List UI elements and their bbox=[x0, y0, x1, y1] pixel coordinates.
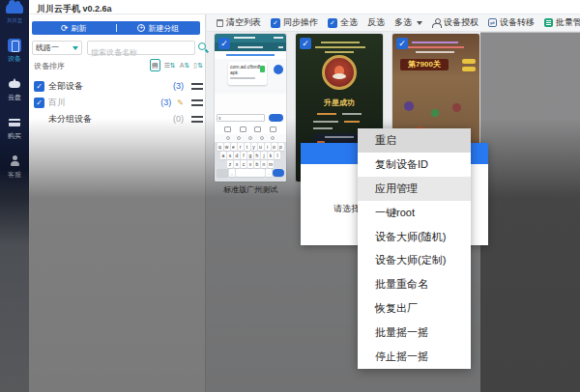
device-selected-check-icon[interactable]: ✓ bbox=[396, 38, 408, 49]
device-name-label: 标准版广州测试 bbox=[215, 184, 286, 195]
device-authorize-button[interactable]: 设备授权 bbox=[432, 16, 478, 29]
keyboard-key: t bbox=[245, 143, 250, 151]
keyboard-key: n bbox=[261, 160, 267, 168]
menu-item-one-key-root[interactable]: 一键root bbox=[358, 201, 471, 225]
group-row-ungrouped[interactable]: 未分组设备 (0) bbox=[34, 112, 203, 126]
person-icon bbox=[432, 18, 441, 27]
device-toolbar: 清空列表 ✓ 同步操作 ✓ 全选 反选 多选 设备授权 ⇄ 设备转移 批量管理 bbox=[207, 14, 580, 32]
device-selected-check-icon[interactable]: ✓ bbox=[218, 38, 230, 49]
app-title: 川川云手机 v0.2.6a bbox=[29, 0, 580, 15]
keyboard-key: v bbox=[247, 160, 253, 168]
keyboard-key: o bbox=[272, 143, 277, 151]
keyboard-key: r bbox=[238, 143, 244, 151]
menu-item-device-master-custom[interactable]: 设备大师(定制) bbox=[358, 248, 471, 272]
keyboard-tools-row bbox=[215, 134, 286, 142]
keyboard-key: u bbox=[258, 143, 264, 151]
list-sort-icon[interactable]: ☰⇅ bbox=[164, 60, 176, 70]
drag-handle-icon[interactable] bbox=[191, 116, 203, 123]
menu-item-copy-device-id[interactable]: 复制设备ID bbox=[358, 153, 471, 177]
enter-key bbox=[273, 169, 284, 177]
game-emblem bbox=[322, 55, 357, 90]
clear-list-button[interactable]: 清空列表 bbox=[217, 16, 261, 29]
keyboard-key: j bbox=[261, 152, 267, 159]
checkbox-checked-icon: ✓ bbox=[271, 18, 280, 28]
device-transfer-button[interactable]: ⇄ 设备转移 bbox=[488, 16, 535, 29]
period-key: . bbox=[266, 169, 272, 177]
edit-pencil-icon[interactable]: ✎ bbox=[177, 98, 184, 107]
attachment-icons-row bbox=[215, 124, 286, 134]
column-sort-icon[interactable]: ▯⇅ bbox=[193, 60, 203, 70]
cloud-disk-icon bbox=[8, 77, 21, 91]
refresh-button[interactable]: ⟳ 刷新 bbox=[32, 21, 116, 35]
message-input: x bbox=[217, 114, 265, 122]
symbols-key bbox=[217, 169, 228, 177]
multi-select-dropdown[interactable]: 多选 bbox=[394, 16, 422, 29]
keyboard-key: x bbox=[234, 160, 240, 168]
android-icon bbox=[260, 66, 265, 72]
refresh-icon: ⟳ bbox=[61, 24, 69, 32]
sidebar-item-devices[interactable]: 设备 bbox=[0, 39, 29, 64]
device-selected-check-icon[interactable]: ✓ bbox=[300, 38, 311, 49]
keyboard-key: d bbox=[234, 152, 240, 159]
download-link-row bbox=[215, 51, 286, 59]
device-context-menu: 重启 复制设备ID 应用管理 一键root 设备大师(随机) 设备大师(定制) … bbox=[358, 128, 471, 369]
new-group-button[interactable]: + 新建分组 bbox=[117, 21, 201, 35]
plus-icon: + bbox=[137, 24, 145, 32]
invert-selection-button[interactable]: 反选 bbox=[367, 16, 385, 29]
menu-item-factory-reset[interactable]: 恢复出厂 bbox=[358, 296, 471, 321]
keyboard-key: s bbox=[227, 152, 233, 159]
drag-handle-icon[interactable] bbox=[191, 99, 203, 106]
menu-item-app-manage[interactable]: 应用管理 bbox=[358, 177, 471, 201]
keyboard-key: i bbox=[265, 143, 271, 151]
comma-key: , bbox=[229, 169, 235, 177]
grid-view-icon[interactable]: ▤ bbox=[150, 59, 160, 71]
az-sort-icon[interactable]: A⇅ bbox=[180, 60, 190, 70]
group-row-baichuan[interactable]: ✓ 百川 (3) ✎ bbox=[34, 96, 203, 109]
folder-icon bbox=[254, 126, 261, 132]
caret-down-icon bbox=[417, 21, 422, 25]
panel-action-bar: ⟳ 刷新 + 新建分组 bbox=[32, 21, 200, 35]
line-select-dropdown[interactable]: 线路一 bbox=[32, 41, 82, 55]
sidebar-item-cloud-disk[interactable]: 云盘 bbox=[0, 77, 29, 102]
game-level-text: 第7900关 bbox=[400, 59, 449, 70]
drag-handle-icon[interactable] bbox=[191, 83, 203, 90]
keyboard-key: e bbox=[231, 143, 237, 151]
cloud-logo-icon bbox=[6, 3, 23, 14]
keyboard-key: z bbox=[227, 160, 233, 168]
sort-label: 设备排序 bbox=[34, 62, 65, 70]
game-banner-text: 升星成功 bbox=[296, 98, 383, 108]
checkbox-checked-icon[interactable]: ✓ bbox=[34, 81, 44, 92]
batch-manage-button[interactable]: 批量管理 bbox=[544, 16, 580, 29]
message-input-row: x bbox=[215, 113, 286, 124]
select-all-checkbox[interactable]: ✓ 全选 bbox=[328, 16, 358, 29]
game-button bbox=[462, 67, 476, 71]
device-search bbox=[87, 41, 195, 55]
sync-operation-checkbox[interactable]: ✓ 同步操作 bbox=[271, 16, 318, 29]
device-list-panel: ⟳ 刷新 + 新建分组 线路一 设备排序 ▤ ☰⇅ A⇅ ▯⇅ ✓ 全部设备 (… bbox=[29, 14, 206, 392]
chat-content: com.ad.cfbm8 apk bbox=[215, 59, 286, 94]
menu-item-restart[interactable]: 重启 bbox=[358, 128, 471, 153]
sidebar-item-support[interactable]: 客服 bbox=[0, 154, 29, 180]
app-header: 川川云手机 v0.2.6a bbox=[29, 0, 580, 14]
download-button bbox=[274, 65, 283, 74]
keyboard-key: k bbox=[268, 152, 274, 159]
device-thumbnail-1[interactable]: ✓ com.ad.cfbm8 apk x qwertyuiop asdfghjk… bbox=[215, 34, 286, 182]
group-row-all-devices[interactable]: ✓ 全部设备 (3) bbox=[34, 79, 203, 93]
menu-item-batch-shake[interactable]: 批量摇一摇 bbox=[358, 321, 471, 345]
menu-item-stop-shake[interactable]: 停止摇一摇 bbox=[358, 345, 471, 369]
phone-icon bbox=[8, 39, 21, 52]
send-button bbox=[269, 114, 283, 122]
menu-item-device-master-random[interactable]: 设备大师(随机) bbox=[358, 225, 471, 249]
menu-item-batch-rename[interactable]: 批量重命名 bbox=[358, 272, 471, 296]
keyboard-key: c bbox=[241, 160, 246, 168]
search-input[interactable] bbox=[88, 46, 194, 59]
sidebar-item-purchase[interactable]: 购买 bbox=[0, 116, 29, 141]
chat-icon bbox=[270, 126, 276, 132]
emoji-icon bbox=[224, 126, 231, 132]
space-key bbox=[236, 169, 265, 177]
checkbox-checked-icon[interactable]: ✓ bbox=[34, 98, 44, 108]
keyboard-key: b bbox=[254, 160, 260, 168]
transfer-icon: ⇄ bbox=[488, 18, 497, 27]
search-icon[interactable] bbox=[198, 42, 206, 50]
app-sidebar: 川川云 设备 云盘 购买 客服 bbox=[0, 0, 29, 392]
